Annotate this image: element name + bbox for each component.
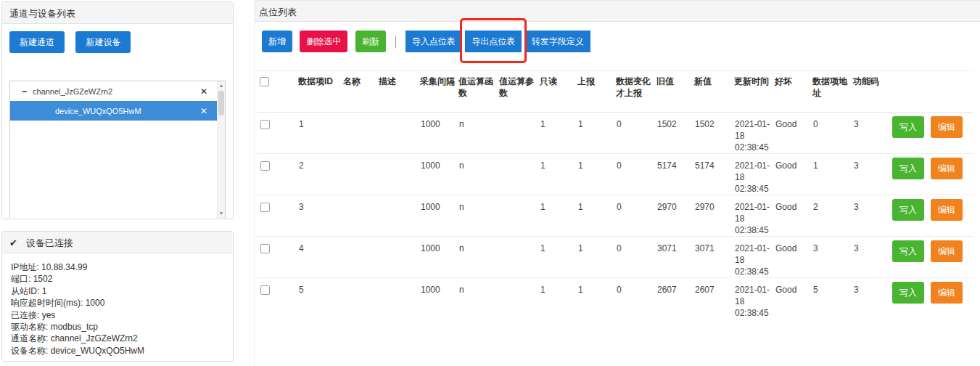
cell-quality: Good <box>773 113 811 154</box>
point-list-title: 点位列表 <box>255 0 980 22</box>
collapse-icon[interactable]: − <box>22 86 27 97</box>
cell-quality: Good <box>773 195 811 237</box>
cell-name <box>342 278 377 320</box>
cell-report: 1 <box>576 278 614 320</box>
column-header: 上报 <box>576 71 614 113</box>
connected-check-icon: ✔ <box>9 237 17 248</box>
cell-new_value: 5174 <box>693 154 733 195</box>
cell-interval: 1000 <box>419 154 457 195</box>
row-write-button[interactable]: 写入 <box>892 240 924 262</box>
select-all-cell <box>257 71 297 113</box>
point-table-wrap: 数据项ID名称描述采集间隔值运算函数值运算参数只读上报数据变化才上报旧值新值更新… <box>257 70 980 320</box>
column-header: 新值 <box>693 71 733 113</box>
row-write-button[interactable]: 写入 <box>892 158 924 179</box>
status-line: 驱动名称: modbus_tcp <box>11 321 224 333</box>
cell-update_time: 2021-01-18 02:38:45 <box>733 278 773 320</box>
toolbar-forward-field-def-button[interactable]: 转发字段定义 <box>525 30 590 52</box>
tree-item-label: device_WUQxQO5HwM <box>55 107 141 115</box>
scroll-down-icon[interactable]: ▼ <box>218 211 225 216</box>
cell-quality: Good <box>773 154 811 195</box>
table-header-row: 数据项ID名称描述采集间隔值运算函数值运算参数只读上报数据变化才上报旧值新值更新… <box>257 71 973 113</box>
column-header: 名称 <box>342 71 377 113</box>
cell-report_on_change: 0 <box>614 154 655 195</box>
cell-id: 5 <box>297 278 342 320</box>
status-line: 端口: 1502 <box>11 273 224 285</box>
cell-address: 1 <box>811 154 852 195</box>
cell-readonly: 1 <box>538 195 576 237</box>
cell-new_value: 1502 <box>693 113 733 154</box>
cell-param <box>498 195 538 237</box>
status-line: IP地址: 10.88.34.99 <box>11 261 224 273</box>
cell-select <box>257 154 297 195</box>
new-device-button[interactable]: 新建设备 <box>75 31 131 53</box>
cell-update_time: 2021-01-18 02:38:45 <box>733 195 773 237</box>
cell-id: 4 <box>297 237 342 278</box>
cell-address: 3 <box>811 237 852 278</box>
actions-column-header <box>890 71 973 113</box>
toolbar-refresh-button[interactable]: 刷新 <box>355 30 386 52</box>
column-header: 值运算函数 <box>457 71 498 113</box>
cell-old_value: 2970 <box>655 195 693 237</box>
tree-item-device[interactable]: device_WUQxQO5HwM✕ <box>10 101 225 121</box>
row-checkbox[interactable] <box>260 285 270 295</box>
new-channel-button[interactable]: 新建通道 <box>9 31 65 53</box>
cell-desc <box>377 278 419 320</box>
table-row: 11000n110150215022021-01-18 02:38:45Good… <box>257 113 973 154</box>
tree-item-channel[interactable]: −channel_JzGZeWZrn2✕ <box>10 81 225 101</box>
tree-item-close-icon[interactable]: ✕ <box>200 106 207 116</box>
channel-device-panel-body: 新建通道 新建设备 −channel_JzGZeWZrn2✕device_WUQ… <box>2 24 233 219</box>
cell-interval: 1000 <box>419 278 457 320</box>
cell-param <box>498 278 538 320</box>
row-edit-button[interactable]: 编辑 <box>931 240 963 262</box>
column-header: 采集间隔 <box>419 71 457 113</box>
row-write-button[interactable]: 写入 <box>892 199 924 221</box>
row-checkbox[interactable] <box>260 120 270 129</box>
column-header: 好坏 <box>773 71 811 113</box>
cell-old_value: 2607 <box>655 278 693 320</box>
column-header: 数据变化才上报 <box>614 71 655 113</box>
select-all-checkbox[interactable] <box>260 77 269 86</box>
row-checkbox[interactable] <box>260 244 270 253</box>
cell-param <box>498 154 538 195</box>
tree-item-close-icon[interactable]: ✕ <box>200 86 207 97</box>
row-edit-button[interactable]: 编辑 <box>931 199 963 221</box>
cell-function_code: 3 <box>852 278 890 320</box>
cell-readonly: 1 <box>538 278 576 320</box>
cell-name <box>342 154 377 195</box>
cell-id: 2 <box>297 154 342 195</box>
scroll-up-icon[interactable]: ▲ <box>218 83 225 88</box>
tree-item-label: channel_JzGZeWZrn2 <box>33 87 112 96</box>
device-status-header: ✔设备已连接 <box>2 232 233 253</box>
scrollbar-thumb[interactable] <box>218 91 224 115</box>
device-status-title: 设备已连接 <box>26 237 73 248</box>
cell-select <box>257 278 297 320</box>
toolbar-add-button[interactable]: 新增 <box>262 30 292 52</box>
status-line: 通道名称: channel_JzGZeWZrn2 <box>11 333 224 344</box>
cell-old_value: 3071 <box>655 237 693 278</box>
cell-update_time: 2021-01-18 02:38:45 <box>733 113 773 154</box>
cell-address: 0 <box>811 113 852 154</box>
cell-old_value: 5174 <box>655 154 693 195</box>
toolbar-delete-selected-button[interactable]: 删除选中 <box>300 30 347 52</box>
cell-desc <box>377 237 419 278</box>
tree-scrollbar[interactable]: ▲ ▼ <box>217 81 225 219</box>
cell-actions: 写入编辑 <box>890 278 973 320</box>
toolbar-import-points-button[interactable]: 导入点位表 <box>405 30 462 52</box>
cell-func: n <box>457 278 498 320</box>
row-edit-button[interactable]: 编辑 <box>931 158 963 179</box>
device-status-body: IP地址: 10.88.34.99端口: 1502从站ID: 1响应超时时间(m… <box>2 253 233 365</box>
row-edit-button[interactable]: 编辑 <box>931 116 963 138</box>
row-checkbox[interactable] <box>260 161 270 171</box>
row-write-button[interactable]: 写入 <box>892 282 924 304</box>
table-row: 31000n110297029702021-01-18 02:38:45Good… <box>257 195 973 237</box>
row-write-button[interactable]: 写入 <box>892 116 924 138</box>
device-status-panel: ✔设备已连接 IP地址: 10.88.34.99端口: 1502从站ID: 1响… <box>1 231 234 362</box>
toolbar-export-points-button[interactable]: 导出点位表 <box>465 30 522 52</box>
row-edit-button[interactable]: 编辑 <box>931 282 963 304</box>
cell-desc <box>377 113 419 154</box>
table-row: 51000n110260726072021-01-18 02:38:45Good… <box>257 278 973 320</box>
cell-report: 1 <box>576 113 614 154</box>
cell-func: n <box>457 195 498 237</box>
device-tree: −channel_JzGZeWZrn2✕device_WUQxQO5HwM✕ ▲… <box>9 81 226 219</box>
row-checkbox[interactable] <box>260 203 270 212</box>
